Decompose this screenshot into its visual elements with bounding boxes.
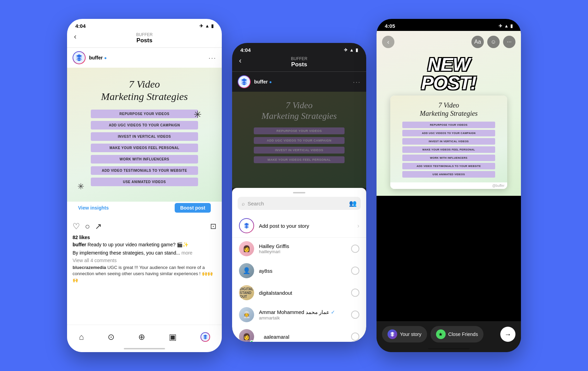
home-nav-icon[interactable]: ⌂ (79, 332, 84, 342)
add-nav-icon[interactable]: ⊕ (138, 332, 145, 342)
post-actions-row: View insights Boost post (67, 202, 222, 218)
nav-header-2: ‹ BUFFER Posts (232, 55, 366, 72)
card-strategy-5: WORK WITH INFLUENCERS (402, 155, 495, 161)
your-story-label: Your story (400, 331, 422, 337)
strategy-list-1: REPURPOSE YOUR VIDEOS ADD UGC VIDEOS TO … (91, 110, 198, 186)
contact-name-ay8ss: ay8ss (259, 268, 346, 274)
card-strategy-2: ADD UGC VIDEOS TO YOUR CAMPAIGN (402, 130, 495, 136)
contact-digital[interactable]: DIGITALSTANDOUT digitalstandout (232, 282, 366, 304)
story-avatar (239, 218, 254, 233)
status-icons-1: ✈ ▲ ▮ (199, 23, 214, 29)
story-row[interactable]: Add post to your story › (232, 214, 366, 238)
emoji-tool-button[interactable]: ☺ (487, 36, 500, 48)
sheet-handle (293, 192, 305, 193)
search-icon: ⌕ (242, 201, 245, 206)
avatar-1[interactable] (73, 51, 86, 64)
avatar-inner-2 (238, 76, 250, 88)
profile-info-1: buffer ● (89, 55, 107, 60)
strategy-6: ADD VIDEO TESTIMONIALS TO YOUR WEBSITE (91, 166, 198, 175)
new-post-text: NEW POST! (421, 55, 476, 92)
contact-ammar[interactable]: 👳 Ammar Mohammed عمار محمد ✓ ammartalk (232, 304, 366, 326)
radio-ay8ss[interactable] (351, 267, 359, 275)
back-button-2[interactable]: ‹ (239, 56, 241, 65)
view-comments[interactable]: View all 4 comments (67, 258, 222, 265)
nav-header-1: ‹ BUFFER Posts (67, 31, 222, 48)
reels-nav-icon[interactable]: ▣ (169, 332, 177, 342)
battery-icon: ▮ (211, 23, 214, 29)
bookmark-icon[interactable]: ⊡ (210, 222, 216, 231)
story-header: ‹ Aa ☺ ··· (377, 31, 521, 53)
post-title-1: 7 Video Marketing Strategies (101, 78, 188, 103)
avatar-2[interactable] (238, 75, 251, 88)
search-row[interactable]: ⌕ Search 👥 (238, 197, 361, 210)
your-story-button[interactable]: Your story (382, 326, 427, 342)
buffer-watermark: @buffer (390, 182, 507, 189)
caption-more: By implementing these strategies, you ca… (67, 250, 222, 258)
search-placeholder[interactable]: Search (248, 201, 346, 206)
more-options-2[interactable]: ··· (353, 78, 361, 86)
buffer-logo-2 (240, 78, 248, 86)
profile-name-2: buffer (254, 79, 268, 85)
status-bar-2: 4:04 ✈ ▲ ▮ (232, 43, 366, 55)
starburst-2: ✳ (77, 182, 84, 191)
card-strategy-4: MAKE YOUR VIDEOS FEEL PERSONAL (402, 146, 495, 153)
profile-nav-icon[interactable] (200, 332, 210, 342)
close-friends-button[interactable]: ★ Close Friends (431, 326, 483, 342)
comment-row: bluecrazemedia UGC is great !!! Your aud… (67, 265, 222, 285)
plane-icon-3: ✈ (499, 23, 502, 29)
caption: buffer Ready to up your video marketing … (67, 241, 222, 250)
strategy-dim-2: ADD UGC VIDEOS TO YOUR CAMPAIGN (254, 137, 345, 144)
buffer-logo-1 (75, 54, 83, 62)
radio-aalea[interactable] (351, 333, 359, 341)
post-card-embed: 7 Video Marketing Strategies REPURPOSE Y… (390, 95, 507, 189)
share-icon[interactable]: ↗ (95, 222, 102, 231)
contact-aalea[interactable]: 👩 aaleamaral (232, 326, 366, 342)
view-insights-button[interactable]: View insights (78, 205, 109, 211)
time-1: 4:04 (75, 23, 86, 29)
contact-hailley[interactable]: 👩 Hailley Griffis hailleymari (232, 238, 366, 260)
battery-icon-3: ▮ (510, 23, 513, 29)
boost-post-button[interactable]: Boost post (175, 203, 211, 213)
online-dot-aalea (250, 340, 253, 342)
text-tool-button[interactable]: Aa (471, 36, 484, 48)
add-people-icon[interactable]: 👥 (349, 200, 357, 207)
status-bar-3: 4:05 ✈ ▲ ▮ (377, 19, 521, 31)
strategy-7: USE ANIMATED VIDEOS (91, 178, 198, 186)
story-creator: ‹ Aa ☺ ··· NEW POST! 7 Video Marketing S… (377, 31, 521, 196)
plane-icon-2: ✈ (344, 47, 348, 53)
like-icon[interactable]: ♡ (73, 222, 80, 231)
avatar-ammar: 👳 (239, 307, 254, 322)
contact-name-hailley: Hailley Griffis (259, 243, 346, 249)
more-link[interactable]: more (182, 250, 193, 256)
post-image-dim: 7 Video Marketing Strategies REPURPOSE Y… (232, 92, 366, 188)
strategy-5: WORK WITH INFLUENCERS (91, 155, 198, 164)
starburst-1: ✳ (194, 109, 208, 123)
story-send-button[interactable]: → (500, 327, 515, 342)
story-bottom-bar: Your story ★ Close Friends → (377, 321, 521, 352)
avatar-inner-1 (73, 52, 85, 64)
radio-ammar[interactable] (351, 311, 359, 319)
new-post-sticker: NEW POST! (421, 55, 476, 92)
home-indicator-1 (124, 348, 165, 349)
post-card-title: 7 Video Marketing Strategies (420, 101, 478, 117)
share-sheet: ⌕ Search 👥 Add post to your story › 👩 Ha… (232, 188, 366, 342)
more-tool-button[interactable]: ··· (503, 36, 515, 48)
radio-digital[interactable] (351, 289, 359, 297)
verified-badge-1: ● (104, 55, 107, 60)
back-button-1[interactable]: ‹ (74, 32, 76, 41)
strategy-2: ADD UGC VIDEOS TO YOUR CAMPAIGN (91, 121, 198, 130)
contact-ay8ss[interactable]: 👤 ay8ss (232, 260, 366, 282)
more-options-1[interactable]: ··· (208, 54, 216, 62)
buffer-logo-nav (203, 334, 208, 340)
card-strategy-3: INVEST IN VERTICAL VIDEOS (402, 138, 495, 145)
search-nav-icon[interactable]: ⊙ (108, 332, 115, 342)
card-strategy-6: ADD VIDEO TESTIMONIALS TO YOUR WEBSITE (402, 163, 495, 169)
story-back-button[interactable]: ‹ (382, 36, 394, 48)
post-image-1: 7 Video Marketing Strategies REPURPOSE Y… (67, 68, 222, 202)
strategy-dim-3: INVEST IN VERTICAL VIDEOS (254, 147, 345, 154)
comment-icon[interactable]: ○ (85, 222, 90, 231)
chevron-right-icon: › (357, 222, 359, 229)
post-card-list: REPURPOSE YOUR VIDEOS ADD UGC VIDEOS TO … (402, 122, 495, 178)
radio-hailley[interactable] (351, 245, 359, 253)
comment-user: bluecrazemedia (73, 265, 106, 270)
